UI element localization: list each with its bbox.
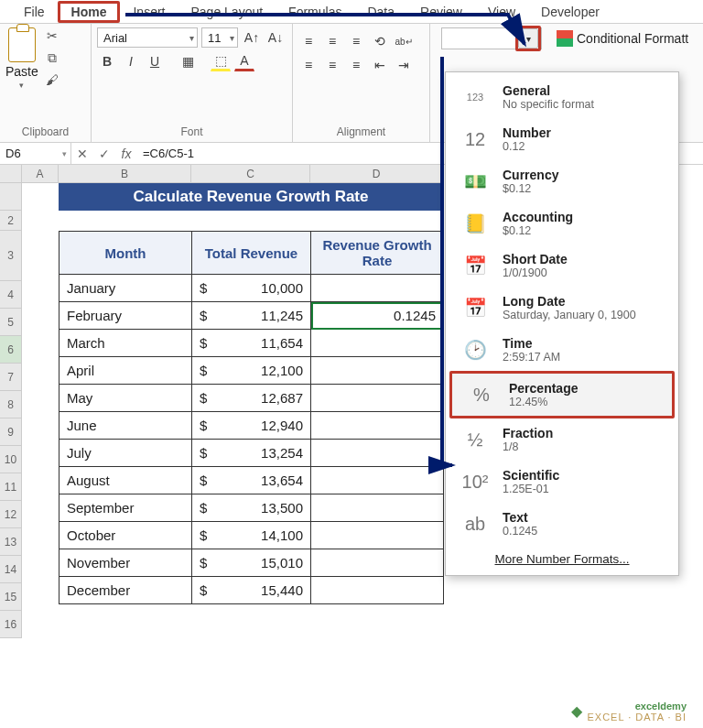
cell-total[interactable]: $14,100: [192, 522, 311, 549]
format-option-accounting[interactable]: 📒Accounting$0.12: [446, 202, 678, 244]
row-header[interactable]: 10: [0, 446, 22, 473]
table-row[interactable]: December$15,440: [59, 577, 444, 604]
cell-growth[interactable]: [311, 412, 444, 440]
format-option-number[interactable]: 12Number0.12: [446, 118, 678, 160]
cell-growth[interactable]: [311, 577, 444, 604]
format-painter-icon[interactable]: 🖌: [44, 71, 60, 88]
cell-total[interactable]: $13,500: [192, 494, 311, 522]
cell-month[interactable]: August: [59, 467, 192, 494]
indent-right-icon[interactable]: ⇥: [394, 55, 414, 75]
enter-icon[interactable]: ✓: [93, 147, 115, 161]
conditional-formatting-button[interactable]: Conditional Formatt: [551, 28, 694, 49]
col-b[interactable]: B: [59, 165, 191, 183]
cell-growth[interactable]: [311, 357, 444, 385]
cell-growth[interactable]: [311, 494, 444, 522]
fx-icon[interactable]: fx: [115, 147, 137, 161]
tab-home[interactable]: Home: [58, 1, 121, 23]
cell-month[interactable]: November: [59, 549, 192, 577]
cell-growth[interactable]: [311, 330, 444, 357]
cell-total[interactable]: $15,440: [192, 577, 311, 604]
table-row[interactable]: April$12,100: [59, 357, 444, 385]
align-left-icon[interactable]: ≡: [298, 55, 319, 75]
cell-total[interactable]: $11,654: [192, 330, 311, 357]
col-d[interactable]: D: [310, 165, 443, 183]
table-row[interactable]: January$10,000: [59, 275, 444, 302]
copy-icon[interactable]: ⧉: [44, 49, 60, 66]
cell-month[interactable]: May: [59, 385, 192, 412]
tab-developer[interactable]: Developer: [528, 2, 612, 22]
align-center-icon[interactable]: ≡: [322, 55, 342, 75]
cell-total[interactable]: $13,654: [192, 467, 311, 494]
table-row[interactable]: August$13,654: [59, 467, 444, 494]
cell-total[interactable]: $12,940: [192, 412, 311, 440]
table-row[interactable]: June$12,940: [59, 412, 444, 440]
cell-growth[interactable]: [311, 522, 444, 549]
row-header[interactable]: 7: [0, 364, 22, 391]
table-row[interactable]: February$11,2450.1245: [59, 302, 444, 330]
cell-total[interactable]: $13,254: [192, 440, 311, 467]
row-header[interactable]: 11: [0, 473, 22, 501]
bold-button[interactable]: B: [97, 51, 117, 71]
cell-month[interactable]: July: [59, 440, 192, 467]
table-row[interactable]: November$15,010: [59, 549, 444, 577]
paste-button[interactable]: Paste ▾: [5, 27, 38, 90]
cell-growth[interactable]: [311, 385, 444, 412]
format-option-text[interactable]: abText0.1245: [446, 503, 678, 545]
cell-total[interactable]: $15,010: [192, 549, 311, 577]
cell-month[interactable]: January: [59, 275, 192, 302]
row-header[interactable]: 4: [0, 281, 22, 309]
row-header[interactable]: 14: [0, 556, 22, 583]
cell-growth[interactable]: 0.1245: [311, 302, 444, 330]
row-header[interactable]: 5: [0, 309, 22, 336]
table-row[interactable]: September$13,500: [59, 494, 444, 522]
format-option-currency[interactable]: 💵Currency$0.12: [446, 160, 678, 202]
select-all-corner[interactable]: [0, 165, 22, 183]
cell-month[interactable]: February: [59, 302, 192, 330]
row-header[interactable]: 3: [0, 231, 22, 281]
row-header[interactable]: 6: [0, 336, 22, 364]
col-a[interactable]: A: [22, 165, 59, 183]
cell-growth[interactable]: [311, 275, 444, 302]
table-row[interactable]: March$11,654: [59, 330, 444, 357]
format-option-time[interactable]: 🕑Time2:59:17 AM: [446, 329, 678, 371]
cell-growth[interactable]: [311, 440, 444, 467]
cell-month[interactable]: April: [59, 357, 192, 385]
cell-total[interactable]: $12,687: [192, 385, 311, 412]
cell-growth[interactable]: [311, 549, 444, 577]
format-option-general[interactable]: 123GeneralNo specific format: [446, 76, 678, 118]
table-row[interactable]: October$14,100: [59, 522, 444, 549]
cell-total[interactable]: $12,100: [192, 357, 311, 385]
cell-month[interactable]: June: [59, 412, 192, 440]
indent-left-icon[interactable]: ⇤: [370, 55, 390, 75]
cancel-icon[interactable]: ✕: [71, 147, 93, 161]
name-box[interactable]: D6: [0, 143, 71, 165]
cell-month[interactable]: December: [59, 577, 192, 604]
row-header[interactable]: 9: [0, 418, 22, 446]
cut-icon[interactable]: ✂: [44, 27, 60, 44]
table-row[interactable]: May$12,687: [59, 385, 444, 412]
alignment-group-label: Alignment: [298, 124, 424, 140]
format-option-fraction[interactable]: ½Fraction1/8: [446, 418, 678, 461]
table-row[interactable]: July$13,254: [59, 440, 444, 467]
more-number-formats[interactable]: More Number Formats...: [446, 545, 678, 570]
row-header[interactable]: 8: [0, 391, 22, 418]
row-header[interactable]: 15: [0, 583, 22, 611]
row-header[interactable]: 13: [0, 528, 22, 556]
cell-month[interactable]: September: [59, 494, 192, 522]
format-option-short-date[interactable]: 📅Short Date1/0/1900: [446, 244, 678, 287]
row-header[interactable]: [0, 183, 22, 211]
tab-file[interactable]: File: [11, 2, 58, 22]
col-c[interactable]: C: [191, 165, 310, 183]
format-option-scientific[interactable]: 10²Scientific1.25E-01: [446, 461, 678, 503]
align-right-icon[interactable]: ≡: [346, 55, 366, 75]
row-header[interactable]: 16: [0, 611, 22, 638]
cell-month[interactable]: March: [59, 330, 192, 357]
cell-total[interactable]: $11,245: [192, 302, 311, 330]
cell-month[interactable]: October: [59, 522, 192, 549]
row-header[interactable]: 12: [0, 501, 22, 528]
format-option-long-date[interactable]: 📅Long DateSaturday, January 0, 1900: [446, 287, 678, 329]
row-header[interactable]: 2: [0, 211, 22, 231]
format-option-percentage[interactable]: %Percentage12.45%: [449, 371, 675, 418]
cell-total[interactable]: $10,000: [192, 275, 311, 302]
cell-growth[interactable]: [311, 467, 444, 494]
